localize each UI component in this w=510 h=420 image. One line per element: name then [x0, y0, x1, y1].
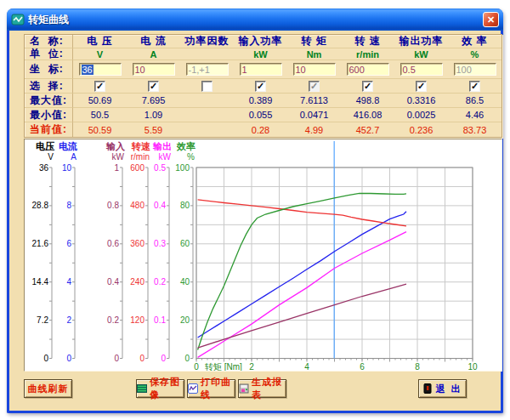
svg-text:0: 0 [43, 354, 48, 363]
axis-unit-3: r/min [131, 152, 150, 162]
print-curve-icon [188, 383, 198, 394]
svg-text:480: 480 [130, 201, 144, 210]
svg-text:7.2: 7.2 [37, 315, 48, 325]
coord-input-4[interactable]: 10 [293, 63, 336, 76]
row-label-current: 当前值: [25, 122, 73, 137]
curve-转速 [198, 200, 406, 226]
col-name-5: 转 速 [341, 35, 394, 48]
svg-text:8: 8 [66, 201, 71, 210]
coord-input-3[interactable]: 1 [240, 63, 282, 76]
coord-input-0[interactable]: 36 [79, 63, 122, 76]
svg-text:0: 0 [139, 354, 144, 363]
generate-report-icon [239, 383, 249, 394]
coord-input-1[interactable]: 10 [133, 63, 175, 76]
axis-name-4: 输出 [152, 141, 172, 151]
col-name-4: 转 矩 [287, 35, 341, 48]
col-name-0: 电 压 [73, 35, 127, 48]
select-checkbox-2[interactable] [201, 81, 212, 92]
col-name-2: 功率因数 [180, 35, 234, 48]
save-image-button[interactable]: 保存图像 [136, 379, 184, 398]
max-value-3: 0.389 [234, 94, 287, 108]
svg-text:0.4: 0.4 [154, 201, 166, 210]
param-table: 名 称:电 压电 流功率因数输入功率转 矩转 速输出功率效 率单 位:VAkWN… [24, 34, 502, 138]
window-title: 转矩曲线 [28, 13, 483, 27]
current-value-7: 83.73 [448, 122, 502, 137]
axis-name-5: 效率 [176, 141, 196, 151]
row-label-max: 最大值: [25, 94, 73, 108]
svg-text:360: 360 [130, 239, 144, 248]
svg-text:4: 4 [66, 277, 71, 287]
axis-unit-5: % [187, 152, 195, 162]
select-checkbox-6[interactable]: ✓ [416, 81, 427, 92]
current-value-4: 4.99 [287, 122, 341, 137]
svg-text:0.8: 0.8 [107, 201, 119, 210]
svg-text:120: 120 [130, 315, 144, 325]
col-unit-7: % [448, 48, 502, 60]
coord-input-7: 100 [454, 63, 496, 76]
min-value-6: 0.0025 [394, 108, 448, 122]
svg-text:0.6: 0.6 [107, 239, 119, 248]
col-name-1: 电 流 [127, 35, 180, 48]
svg-text:14.4: 14.4 [32, 277, 49, 287]
svg-text:0.4: 0.4 [107, 277, 119, 287]
coord-input-5[interactable]: 600 [347, 63, 389, 76]
svg-text:10: 10 [468, 362, 478, 372]
col-unit-3: kW [234, 48, 287, 60]
select-checkbox-3[interactable]: ✓ [255, 81, 266, 92]
svg-text:80: 80 [180, 201, 190, 210]
refresh-curve-button[interactable]: 曲线刷新 [24, 379, 72, 398]
dialog-body: 名 称:电 压电 流功率因数输入功率转 矩转 速输出功率效 率单 位:VAkWN… [9, 31, 501, 411]
col-unit-6: kW [394, 48, 448, 60]
current-value-2 [180, 122, 234, 137]
svg-text:1: 1 [114, 163, 119, 173]
svg-text:21.6: 21.6 [32, 239, 49, 248]
col-name-7: 效 率 [448, 35, 502, 48]
svg-text:600: 600 [130, 163, 144, 173]
svg-text:0.2: 0.2 [154, 277, 166, 287]
col-name-3: 输入功率 [234, 35, 287, 48]
max-value-6: 0.3316 [394, 94, 448, 108]
print-curve-button[interactable]: 打印曲线 [187, 379, 235, 398]
max-value-0: 50.69 [73, 94, 127, 108]
curve-输出 [198, 232, 406, 358]
axis-name-3: 转速 [131, 141, 151, 151]
svg-text:0.2: 0.2 [107, 315, 119, 325]
min-value-7: 4.46 [448, 108, 502, 122]
max-value-7: 86.5 [448, 94, 502, 108]
row-label-min: 最小值: [25, 108, 73, 122]
row-label-unit: 单 位: [25, 48, 73, 60]
svg-text:20: 20 [180, 315, 190, 325]
select-checkbox-0[interactable]: ✓ [94, 81, 105, 92]
generate-report-button[interactable]: 生成报表 [238, 379, 286, 398]
axis-unit-4: kW [159, 152, 172, 162]
coord-input-6[interactable]: 0.5 [400, 63, 443, 76]
svg-text:100: 100 [175, 163, 190, 173]
svg-text:6: 6 [66, 239, 71, 248]
svg-text:0: 0 [194, 362, 199, 372]
svg-text:0.5: 0.5 [154, 163, 166, 173]
row-label-select: 选 择: [25, 79, 73, 94]
select-checkbox-5[interactable]: ✓ [362, 81, 373, 92]
row-label-coord: 坐 标: [25, 60, 73, 79]
select-checkbox-7[interactable]: ✓ [469, 81, 480, 92]
svg-text:28.8: 28.8 [32, 201, 49, 210]
svg-text:0.1: 0.1 [154, 315, 166, 325]
col-unit-0: V [73, 48, 127, 60]
close-button[interactable]: ✕ [483, 12, 499, 27]
select-checkbox-1[interactable]: ✓ [148, 81, 159, 92]
title-bar[interactable]: 转矩曲线 ✕ [7, 9, 503, 31]
axis-unit-2: kW [112, 152, 125, 162]
axis-name-1: 电流 [59, 141, 77, 151]
save-image-icon [137, 383, 147, 394]
current-value-0: 50.59 [73, 122, 127, 137]
exit-button[interactable]: 退 出 [418, 379, 467, 398]
x-axis-label: 转矩 [Nm] [205, 362, 242, 372]
min-value-5: 416.08 [341, 108, 394, 122]
svg-text:0: 0 [184, 354, 190, 363]
max-value-5: 498.8 [341, 94, 394, 108]
min-value-2 [180, 108, 234, 122]
max-value-4: 7.6113 [287, 94, 341, 108]
svg-text:2: 2 [249, 362, 254, 372]
svg-text:6: 6 [360, 362, 365, 372]
svg-text:8: 8 [415, 362, 420, 372]
